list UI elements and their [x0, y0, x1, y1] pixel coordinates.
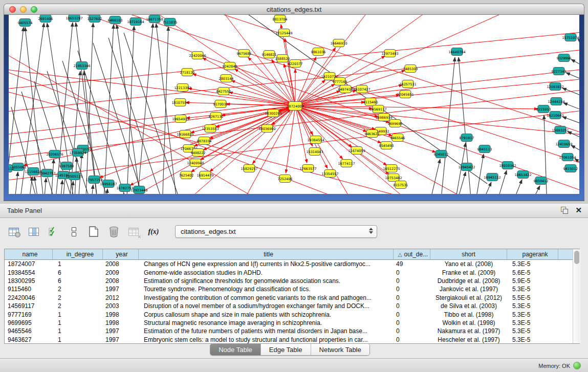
graph-node[interactable]: 17663577 [299, 165, 316, 172]
delete-table-icon[interactable]: ✕ [127, 226, 140, 238]
select-columns-icon[interactable] [47, 226, 60, 238]
graph-node[interactable]: 18724007 [287, 102, 303, 111]
graph-node[interactable]: 2803144 [219, 75, 234, 82]
graph-node[interactable]: 8215953 [536, 105, 551, 113]
graph-node[interactable]: 21953346 [73, 62, 90, 70]
column-header-year[interactable]: year [103, 249, 139, 259]
graph-node[interactable]: 22420046 [189, 52, 206, 59]
memory-status[interactable]: Memory: OK [538, 362, 581, 369]
table-mode-icon[interactable] [7, 226, 20, 238]
graph-node[interactable]: 12410659 [555, 140, 572, 148]
row-height-icon[interactable] [67, 226, 80, 238]
graph-node[interactable]: 9498222 [191, 149, 206, 157]
column-header-in_degree[interactable]: in_degree [53, 249, 103, 259]
graph-node[interactable]: 8878334 [197, 137, 212, 145]
table-row[interactable]: 946362711997Embryonic stem cells: a mode… [5, 336, 573, 343]
graph-node[interactable]: 8157531 [394, 181, 408, 189]
scrollbar-thumb[interactable] [574, 251, 579, 264]
table-row[interactable]: 946554611997Estimation of the future num… [5, 327, 573, 335]
graph-node[interactable]: 7511035 [163, 18, 178, 26]
function-builder-icon[interactable]: f(x) [147, 226, 160, 238]
graph-node[interactable]: 9675685 [237, 50, 252, 57]
graph-node[interactable]: 20206576 [46, 150, 63, 158]
tab-network-table[interactable]: Network Table [311, 344, 369, 355]
graph-node[interactable]: 8791917 [460, 134, 474, 142]
graph-node[interactable]: 9405574 [18, 19, 33, 27]
graph-node[interactable]: 9146821 [262, 51, 277, 58]
graph-node[interactable]: 9465546 [390, 134, 405, 142]
delete-column-icon[interactable] [107, 226, 120, 238]
create-column-icon[interactable] [87, 226, 100, 238]
graph-node[interactable]: 9699695 [388, 120, 403, 127]
show-columns-icon[interactable] [27, 226, 40, 238]
graph-node[interactable]: 22045651 [397, 91, 413, 98]
graph-node[interactable]: 16210643 [547, 112, 563, 119]
column-header-title[interactable]: title [139, 249, 394, 259]
graph-node[interactable]: 9242848 [223, 62, 237, 70]
graph-node[interactable]: 16646910 [330, 39, 347, 47]
graph-node[interactable]: 18107554 [171, 99, 188, 106]
table-row[interactable]: 969969511998Structural magnetic resonanc… [5, 319, 573, 327]
graph-node[interactable]: 9777169 [333, 78, 347, 85]
graph-node[interactable]: 8267130 [209, 113, 224, 120]
graph-node[interactable]: 16648784 [448, 48, 465, 56]
graph-node[interactable]: 14569117 [369, 105, 386, 113]
float-panel-icon[interactable] [561, 207, 568, 214]
graph-node[interactable]: 8813704 [273, 15, 288, 23]
graph-node[interactable]: 2718120 [180, 69, 195, 76]
graph-node[interactable]: 16671358 [146, 15, 163, 23]
graph-node[interactable]: 9115460 [363, 98, 378, 106]
graph-node[interactable]: 8427552 [216, 87, 231, 95]
table-row[interactable]: 911546021997Tourette syndrome. Phenomeno… [5, 285, 573, 293]
graph-node[interactable]: 16512275 [383, 165, 400, 172]
close-panel-icon[interactable]: ✕ [575, 207, 582, 214]
graph-node[interactable]: 7252406 [278, 175, 293, 183]
graph-node[interactable]: 9850412 [534, 177, 549, 185]
tab-edge-table[interactable]: Edge Table [261, 344, 311, 355]
table-row[interactable]: 1872400712008Changes of HCN gene express… [5, 260, 573, 268]
graph-node[interactable]: 9463627 [365, 130, 380, 138]
table-row[interactable]: 1938455462009Genome-wide association stu… [5, 268, 573, 276]
graph-node[interactable]: 9861036 [311, 48, 326, 56]
graph-node[interactable]: 8220377 [288, 60, 303, 68]
column-header-out_de[interactable]: △out_de... [394, 249, 430, 259]
table-row[interactable]: 1456911722003Disruption of a novel membe… [5, 302, 573, 310]
graph-node[interactable]: 1527602 [88, 15, 102, 23]
network-canvas[interactable]: 1872400722420046271812012213393924284828… [9, 15, 579, 194]
column-header-name[interactable]: name [5, 249, 53, 259]
graph-node[interactable]: 9227343 [552, 68, 567, 75]
graph-node[interactable]: 10719184 [127, 18, 144, 26]
window-titlebar[interactable]: citations_edges.txt [4, 4, 584, 15]
network-table-selector[interactable]: citations_edges.txt [175, 225, 377, 238]
table-row[interactable]: 977716911998Corpus callosum shape and si… [5, 310, 573, 318]
graph-node[interactable]: 6466103 [108, 16, 123, 24]
graph-node[interactable]: 12444154 [548, 98, 564, 105]
table-row[interactable]: 2242004622012Investigating the contribut… [5, 294, 573, 302]
graph-node[interactable]: 19654913 [172, 115, 189, 123]
graph-node[interactable]: 9415012 [563, 165, 578, 172]
graph-node[interactable]: 9845113 [477, 145, 492, 153]
tab-node-table[interactable]: Node Table [210, 344, 261, 355]
graph-node[interactable]: 15829257 [241, 165, 257, 172]
graph-node[interactable]: 17061054 [559, 154, 576, 161]
table-row[interactable]: 1830029562008Estimation of significance … [5, 277, 573, 285]
graph-node[interactable]: 9329966 [557, 54, 572, 62]
graph-node[interactable]: 15751074 [562, 34, 579, 41]
graph-node[interactable]: 12093832 [547, 83, 563, 91]
graph-node[interactable]: 12213393 [174, 84, 191, 92]
graph-node[interactable]: 16257531 [399, 80, 416, 88]
graph-node[interactable]: 2691406 [38, 15, 53, 23]
column-header-pagerank[interactable]: pagerank [507, 249, 558, 259]
graph-node[interactable]: 11674059 [348, 147, 365, 155]
graph-node[interactable]: 10653297 [66, 15, 82, 22]
column-header-short[interactable]: short [430, 249, 507, 259]
graph-node[interactable]: 1588520 [275, 55, 290, 62]
graph-node[interactable]: 9170031 [213, 100, 228, 108]
graph-node[interactable]: 18010342 [499, 162, 516, 169]
graph-node[interactable]: 9245012 [434, 150, 449, 158]
table-scrollbar[interactable] [573, 249, 581, 343]
graph-node[interactable]: 8545493 [379, 142, 394, 149]
graph-node[interactable]: 7625402 [179, 171, 194, 179]
graph-node[interactable]: 16774117 [338, 160, 355, 167]
graph-node[interactable]: 9397588 [59, 162, 74, 170]
